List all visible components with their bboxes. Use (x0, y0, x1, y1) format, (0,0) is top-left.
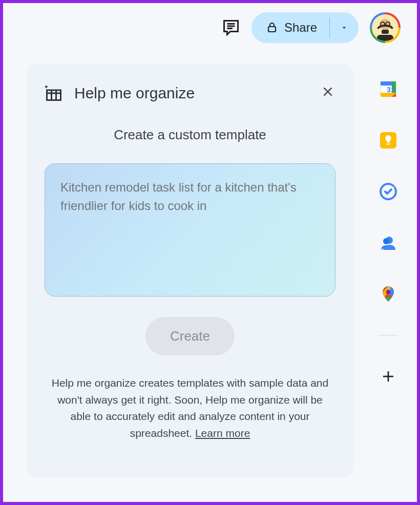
lock-icon (266, 22, 278, 34)
panel-subtitle: Create a custom template (45, 127, 335, 143)
contacts-icon[interactable] (378, 233, 398, 253)
create-button[interactable]: Create (145, 317, 235, 355)
close-button[interactable] (320, 84, 335, 99)
panel-title: Help me organize (74, 85, 195, 102)
organize-icon (45, 84, 63, 102)
disclaimer-text: Help me organize creates templates with … (45, 375, 335, 441)
add-addon-button[interactable] (378, 366, 398, 387)
maps-icon[interactable] (378, 284, 398, 304)
tasks-icon[interactable] (378, 181, 398, 202)
comment-icon[interactable] (222, 18, 240, 37)
calendar-icon[interactable]: 31 (378, 79, 398, 99)
close-icon (321, 85, 334, 98)
keep-icon[interactable] (378, 130, 398, 151)
rail-divider (379, 335, 398, 335)
svg-point-28 (386, 290, 390, 294)
svg-rect-24 (387, 143, 390, 145)
help-me-organize-panel: Help me organize Create a custom templat… (26, 64, 354, 477)
svg-point-27 (383, 238, 389, 244)
share-label: Share (284, 20, 317, 35)
side-panel-rail: 31 (360, 70, 417, 502)
plus-icon (381, 369, 396, 384)
share-button[interactable]: Share (251, 12, 329, 43)
svg-rect-6 (377, 35, 393, 41)
disclaimer-body: Help me organize creates templates with … (52, 377, 328, 439)
main-area: Help me organize Create a custom templat… (3, 58, 360, 502)
caret-down-icon (340, 24, 348, 32)
share-button-group: Share (251, 12, 359, 43)
share-dropdown-button[interactable] (330, 12, 359, 43)
panel-header: Help me organize (45, 84, 335, 102)
top-bar: Share (3, 3, 417, 52)
prompt-input[interactable] (45, 163, 335, 297)
learn-more-link[interactable]: Learn more (195, 427, 250, 439)
svg-rect-5 (382, 30, 389, 34)
svg-rect-3 (268, 27, 276, 32)
svg-text:31: 31 (387, 86, 395, 94)
account-avatar[interactable] (370, 12, 401, 43)
svg-rect-10 (47, 90, 61, 100)
